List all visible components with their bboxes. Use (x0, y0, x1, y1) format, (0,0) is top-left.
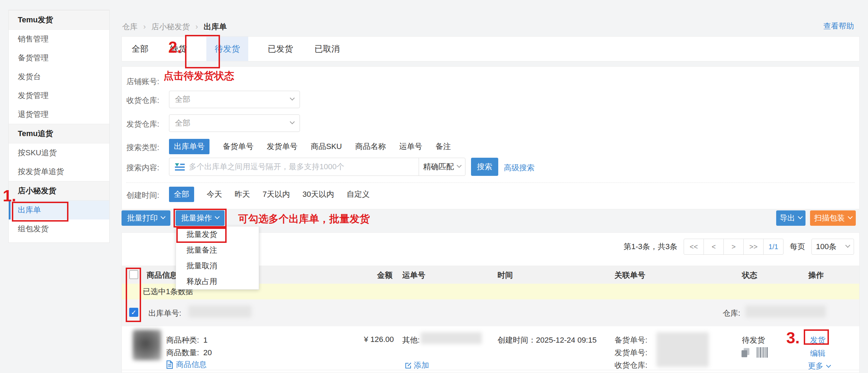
pagination-prev-button[interactable]: < (704, 239, 724, 254)
send-warehouse-label: 发货仓库: (126, 119, 159, 129)
filter-separator (126, 182, 855, 183)
search-button[interactable]: 搜索 (471, 158, 498, 176)
search-type-waybill-no[interactable]: 运单号 (399, 141, 422, 152)
chevron-down-icon (290, 96, 295, 100)
col-waybill: 运单号 (402, 270, 425, 281)
time-range-all[interactable]: 全部 (169, 187, 194, 202)
per-page-select[interactable]: 100条 (811, 239, 854, 255)
tab-shipped[interactable]: 已发货 (266, 37, 295, 61)
breadcrumb-separator: › (143, 22, 146, 31)
search-type-sku[interactable]: 商品SKU (311, 141, 342, 152)
edit-action-link[interactable]: 编辑 (810, 348, 825, 359)
annotation-step3-number: 3. (786, 330, 800, 346)
search-type-product-name[interactable]: 商品名称 (355, 141, 386, 152)
batch-print-button[interactable]: 批量打印 (122, 210, 170, 226)
view-help-link[interactable]: 查看帮助 (823, 21, 854, 31)
copy-document-icon[interactable] (740, 347, 751, 358)
sidebar-item-ship-desk[interactable]: 发货台 (9, 67, 109, 86)
breadcrumb-dxm-ship[interactable]: 店小秘发货 (152, 22, 190, 31)
search-type-remark[interactable]: 备注 (435, 141, 451, 152)
warehouse-value-redacted (745, 306, 826, 318)
menu-item-release-hold[interactable]: 释放占用 (176, 274, 259, 289)
add-waybill-label: 添加 (414, 360, 429, 371)
created-time: 创建时间：2025-12-24 09:15 (498, 335, 597, 345)
recv-warehouse-row-label: 收货仓库: (615, 360, 647, 371)
tab-all[interactable]: 全部 (130, 37, 150, 61)
match-mode-value: 精确匹配 (423, 162, 454, 172)
pagination-next-button[interactable]: > (724, 239, 744, 254)
document-icon (166, 360, 173, 369)
search-input[interactable] (169, 158, 419, 176)
chevron-down-icon (847, 214, 852, 219)
sidebar-item-stock-mgmt[interactable]: 备货管理 (9, 49, 109, 67)
sku-qty: 商品数量: 20 (166, 348, 212, 358)
batch-operate-button[interactable]: 批量操作 (176, 210, 225, 226)
time-range-today[interactable]: 今天 (207, 189, 222, 200)
search-type-ship-no[interactable]: 发货单号 (267, 141, 297, 152)
row-checkbox[interactable]: ✓ (129, 308, 138, 317)
time-range-custom[interactable]: 自定义 (347, 189, 370, 200)
menu-item-batch-ship[interactable]: 批量发货 (176, 226, 259, 242)
sidebar-item-return-mgmt[interactable]: 退货管理 (9, 105, 109, 124)
created-time-row-label: 创建时间： (498, 336, 536, 344)
time-range-chips: 全部 今天 昨天 7天以内 30天以内 自定义 (169, 187, 370, 202)
sku-kinds: 商品种类: 1 (166, 335, 208, 345)
add-waybill-link[interactable]: 添加 (405, 360, 429, 371)
menu-item-batch-remark[interactable]: 批量备注 (176, 242, 259, 258)
col-related-orders: 关联单号 (615, 270, 645, 281)
time-range-7days[interactable]: 7天以内 (263, 189, 290, 200)
send-warehouse-select[interactable]: 全部 (169, 114, 300, 132)
time-range-30days[interactable]: 30天以内 (302, 189, 334, 200)
export-label: 导出 (780, 213, 795, 223)
advanced-search-link[interactable]: 高级搜索 (504, 163, 535, 173)
ship-action-link[interactable]: 发货 (810, 335, 825, 345)
barcode-icon[interactable] (756, 347, 769, 358)
stock-order-label: 备货单号: (615, 335, 647, 345)
chevron-down-icon (845, 243, 850, 248)
menu-item-batch-cancel[interactable]: 批量取消 (176, 258, 259, 274)
chevron-down-icon (290, 119, 295, 124)
outbound-orders-page: Temu发货 销售管理 备货管理 发货台 发货管理 退货管理 Temu追货 按S… (0, 0, 868, 373)
related-orders-redacted (656, 332, 709, 367)
sidebar-item-ship-mgmt[interactable]: 发货管理 (9, 86, 109, 105)
select-all-checkbox[interactable] (129, 270, 138, 279)
tab-pending-ship[interactable]: 待发货 (206, 37, 248, 61)
sidebar-item-outbound-orders[interactable]: 出库单 (9, 201, 109, 219)
sidebar-section-temu-chase: Temu追货 (9, 124, 109, 143)
breadcrumb-warehouse[interactable]: 仓库 (122, 22, 138, 31)
tab-cancelled[interactable]: 已取消 (312, 37, 342, 61)
chevron-down-icon (215, 214, 220, 219)
warehouse-label: 仓库: (723, 308, 740, 319)
pagination-summary: 第1-3条，共3条 (624, 241, 677, 252)
pagination-first-button[interactable]: << (684, 239, 704, 254)
status-tab-bar: 全部 缺货 待发货 已发货 已取消 (122, 36, 860, 61)
col-amount: 金额 (377, 270, 392, 281)
annotation-tab-note: 点击待发货状态 (163, 69, 234, 83)
pagination-last-button[interactable]: >> (744, 239, 764, 254)
order-number-label: 出库单号: (148, 308, 181, 319)
sidebar-item-chase-by-shiporder[interactable]: 按发货单追货 (9, 162, 109, 181)
breadcrumb-separator: › (196, 22, 198, 31)
ship-order-label: 发货单号: (615, 348, 647, 358)
chevron-down-icon (457, 163, 462, 168)
sidebar-item-sales-mgmt[interactable]: 销售管理 (9, 30, 109, 49)
per-page-value: 100条 (816, 241, 837, 252)
sidebar-item-bundle-ship[interactable]: 组包发货 (9, 219, 109, 238)
product-thumbnail[interactable] (133, 330, 161, 360)
waybill-other-label: 其他: (402, 335, 420, 345)
chevron-down-icon (161, 214, 165, 219)
export-button[interactable]: 导出 (776, 210, 806, 226)
breadcrumb-current: 出库单 (204, 22, 227, 31)
search-type-outbound-no[interactable]: 出库单号 (169, 139, 209, 154)
time-range-yesterday[interactable]: 昨天 (235, 189, 250, 200)
product-info-link[interactable]: 商品信息 (166, 359, 207, 370)
match-mode-select[interactable]: 精确匹配 (419, 158, 465, 176)
pagination-group: << < > >> 1/1 (684, 239, 784, 255)
sidebar-item-chase-by-sku[interactable]: 按SKU追货 (9, 143, 109, 162)
waybill-value-redacted (421, 332, 482, 344)
scan-pack-button[interactable]: 扫描包装 (810, 210, 856, 226)
search-content-label: 搜索内容: (126, 163, 159, 173)
recv-warehouse-select[interactable]: 全部 (169, 91, 300, 108)
sidebar-section-temu-ship: Temu发货 (9, 10, 109, 30)
search-type-stock-no[interactable]: 备货单号 (223, 141, 253, 152)
